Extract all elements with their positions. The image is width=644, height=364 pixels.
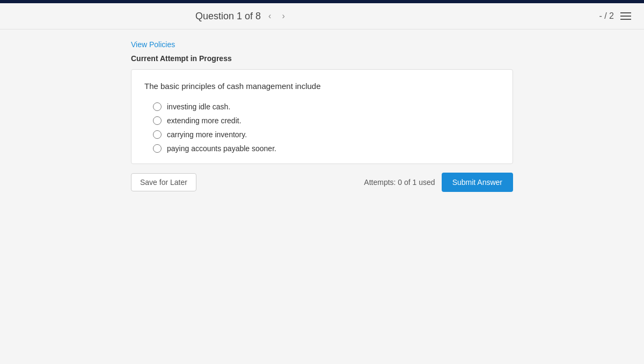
option-label-1: extending more credit. xyxy=(167,116,241,125)
view-policies-link[interactable]: View Policies xyxy=(131,40,513,49)
prev-button[interactable]: ‹ xyxy=(265,10,274,23)
hamburger-line-1 xyxy=(620,12,631,13)
attempt-banner: Current Attempt in Progress xyxy=(131,54,513,63)
header: Question 1 of 8 ‹ › - / 2 xyxy=(0,3,644,29)
question-text: The basic principles of cash management … xyxy=(144,80,500,93)
footer-row: Save for Later Attempts: 0 of 1 used Sub… xyxy=(131,173,513,192)
option-radio-3[interactable] xyxy=(153,144,162,153)
question-title: Question 1 of 8 xyxy=(195,11,261,22)
option-radio-1[interactable] xyxy=(153,116,162,125)
content-area: View Policies Current Attempt in Progres… xyxy=(118,29,526,203)
option-item[interactable]: paying accounts payable sooner. xyxy=(153,144,500,153)
option-item[interactable]: extending more credit. xyxy=(153,116,500,125)
option-label-2: carrying more inventory. xyxy=(167,130,247,139)
hamburger-line-2 xyxy=(620,16,631,17)
option-label-0: investing idle cash. xyxy=(167,102,230,111)
option-radio-0[interactable] xyxy=(153,102,162,111)
score-display: - / 2 xyxy=(599,11,614,21)
option-radio-2[interactable] xyxy=(153,130,162,139)
next-button[interactable]: › xyxy=(279,10,288,23)
option-item[interactable]: investing idle cash. xyxy=(153,102,500,111)
save-for-later-button[interactable]: Save for Later xyxy=(131,173,196,191)
header-left: Question 1 of 8 ‹ › xyxy=(195,10,599,23)
options-list: investing idle cash.extending more credi… xyxy=(144,102,500,153)
option-item[interactable]: carrying more inventory. xyxy=(153,130,500,139)
attempts-info: Attempts: 0 of 1 used xyxy=(364,178,435,187)
submit-answer-button[interactable]: Submit Answer xyxy=(442,173,513,192)
question-box: The basic principles of cash management … xyxy=(131,69,513,164)
hamburger-line-3 xyxy=(620,19,631,20)
option-label-3: paying accounts payable sooner. xyxy=(167,144,276,153)
menu-icon[interactable] xyxy=(620,12,631,20)
footer-right: Attempts: 0 of 1 used Submit Answer xyxy=(364,173,513,192)
header-right: - / 2 xyxy=(599,11,631,21)
